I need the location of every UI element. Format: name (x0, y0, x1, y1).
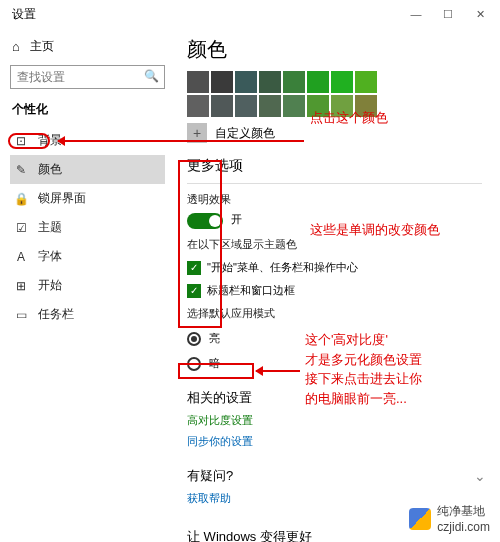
sidebar-item-label: 开始 (38, 277, 62, 294)
color-swatch[interactable] (331, 95, 353, 117)
color-swatch[interactable] (235, 95, 257, 117)
image-icon: ⊡ (14, 134, 28, 148)
color-swatch[interactable] (331, 71, 353, 93)
question-heading: 有疑问? (187, 467, 482, 485)
color-swatch[interactable] (259, 71, 281, 93)
custom-color-row[interactable]: + 自定义颜色 (187, 123, 482, 143)
sidebar-item-fonts[interactable]: A 字体 (10, 242, 165, 271)
color-swatch[interactable] (307, 95, 329, 117)
radio-light[interactable]: 亮 (187, 331, 482, 346)
theme-icon: ☑ (14, 221, 28, 235)
color-swatch[interactable] (187, 95, 209, 117)
watermark-text: 纯净基地 czjidi.com (437, 503, 490, 534)
color-swatch[interactable] (235, 71, 257, 93)
start-icon: ⊞ (14, 279, 28, 293)
transparency-label: 透明效果 (187, 192, 482, 207)
sidebar-item-themes[interactable]: ☑ 主题 (10, 213, 165, 242)
page-title: 颜色 (187, 36, 482, 63)
app-mode-label: 选择默认应用模式 (187, 306, 482, 321)
checkbox-start-taskbar[interactable]: ✓ "开始"菜单、任务栏和操作中心 (187, 260, 482, 275)
sidebar-item-lockscreen[interactable]: 🔒 锁屏界面 (10, 184, 165, 213)
check-icon: ✓ (187, 284, 201, 298)
radio-label: 暗 (209, 356, 220, 371)
sync-settings-link[interactable]: 同步你的设置 (187, 434, 482, 449)
sidebar-item-label: 字体 (38, 248, 62, 265)
color-swatch[interactable] (211, 71, 233, 93)
divider (187, 183, 482, 184)
radio-icon (187, 357, 201, 371)
sidebar-item-label: 任务栏 (38, 306, 74, 323)
home-link[interactable]: ⌂ 主页 (10, 34, 165, 65)
color-swatch[interactable] (307, 71, 329, 93)
color-swatches (187, 71, 387, 117)
custom-color-label: 自定义颜色 (215, 125, 275, 142)
radio-icon (187, 332, 201, 346)
sidebar: ⌂ 主页 🔍 个性化 ⊡ 背景 ✎ 颜色 🔒 锁屏界面 ☑ 主题 A 字体 (0, 28, 175, 542)
sidebar-item-start[interactable]: ⊞ 开始 (10, 271, 165, 300)
font-icon: A (14, 250, 28, 264)
close-button[interactable]: ✕ (464, 0, 496, 28)
transparency-toggle[interactable] (187, 213, 223, 229)
sidebar-item-label: 锁屏界面 (38, 190, 86, 207)
check-icon: ✓ (187, 261, 201, 275)
accent-areas-label: 在以下区域显示主题色 (187, 237, 482, 252)
related-settings-heading: 相关的设置 (187, 389, 482, 407)
color-swatch[interactable] (259, 95, 281, 117)
color-swatch[interactable] (283, 95, 305, 117)
minimize-button[interactable]: — (400, 0, 432, 28)
window-title: 设置 (12, 6, 36, 23)
checkbox-label: "开始"菜单、任务栏和操作中心 (207, 260, 358, 275)
scroll-hint-icon: ⌄ (474, 468, 486, 484)
home-label: 主页 (30, 38, 54, 55)
toggle-state-label: 开 (231, 211, 242, 227)
taskbar-icon: ▭ (14, 308, 28, 322)
search-icon: 🔍 (144, 69, 159, 83)
watermark-logo-icon (409, 508, 431, 530)
home-icon: ⌂ (12, 39, 20, 54)
lock-icon: 🔒 (14, 192, 28, 206)
watermark: 纯净基地 czjidi.com (409, 503, 490, 534)
color-swatch[interactable] (355, 71, 377, 93)
color-swatch[interactable] (211, 95, 233, 117)
sidebar-item-label: 颜色 (38, 161, 62, 178)
sidebar-category: 个性化 (12, 101, 165, 118)
color-swatch[interactable] (355, 95, 377, 117)
high-contrast-link[interactable]: 高对比度设置 (187, 413, 253, 428)
plus-icon: + (187, 123, 207, 143)
checkbox-label: 标题栏和窗口边框 (207, 283, 295, 298)
sidebar-item-label: 背景 (38, 132, 62, 149)
radio-label: 亮 (209, 331, 220, 346)
search-input[interactable] (10, 65, 165, 89)
more-options-heading: 更多选项 (187, 157, 482, 175)
sidebar-item-label: 主题 (38, 219, 62, 236)
color-swatch[interactable] (283, 71, 305, 93)
sidebar-item-background[interactable]: ⊡ 背景 (10, 126, 165, 155)
sidebar-item-taskbar[interactable]: ▭ 任务栏 (10, 300, 165, 329)
radio-dark[interactable]: 暗 (187, 356, 482, 371)
content-area: 颜色 + 自定义颜色 更多选项 透明效果 开 在以下区域显示主题色 ✓ "开始"… (175, 28, 500, 542)
sidebar-item-colors[interactable]: ✎ 颜色 (10, 155, 165, 184)
maximize-button[interactable]: ☐ (432, 0, 464, 28)
checkbox-titlebar[interactable]: ✓ 标题栏和窗口边框 (187, 283, 482, 298)
color-swatch[interactable] (187, 71, 209, 93)
palette-icon: ✎ (14, 163, 28, 177)
